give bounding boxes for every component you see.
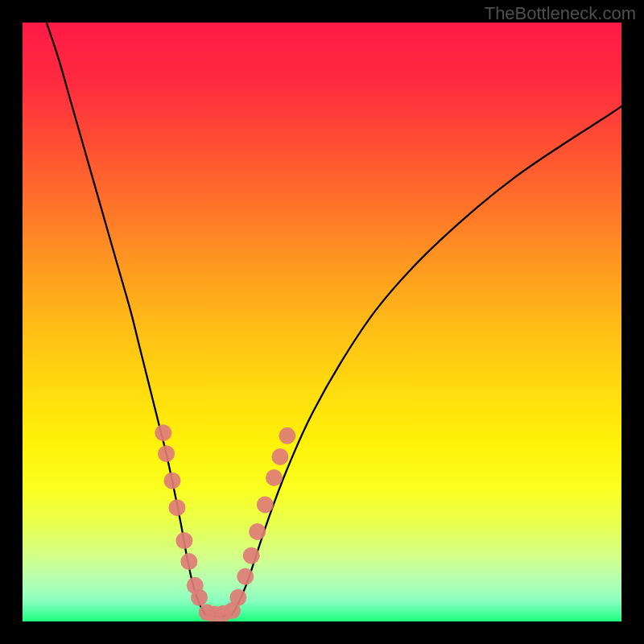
- outer-frame: TheBottleneck.com: [0, 0, 644, 644]
- scatter-dot: [249, 523, 266, 540]
- scatter-dot: [279, 427, 295, 444]
- scatter-dot: [237, 568, 254, 585]
- scatter-dot: [158, 445, 175, 462]
- scatter-dot: [243, 547, 260, 564]
- scatter-dot: [180, 553, 197, 570]
- chart-svg: [23, 23, 621, 621]
- plot-area: [23, 23, 621, 621]
- scatter-dot: [229, 589, 246, 606]
- gradient-background: [23, 23, 621, 621]
- scatter-dot: [175, 532, 192, 549]
- watermark-text: TheBottleneck.com: [485, 3, 636, 24]
- scatter-dot: [266, 469, 283, 486]
- scatter-dot: [168, 499, 185, 516]
- scatter-dot: [155, 424, 171, 441]
- scatter-dot: [257, 496, 274, 513]
- scatter-dot: [271, 448, 288, 465]
- scatter-dot: [191, 589, 208, 606]
- scatter-dot: [164, 473, 181, 489]
